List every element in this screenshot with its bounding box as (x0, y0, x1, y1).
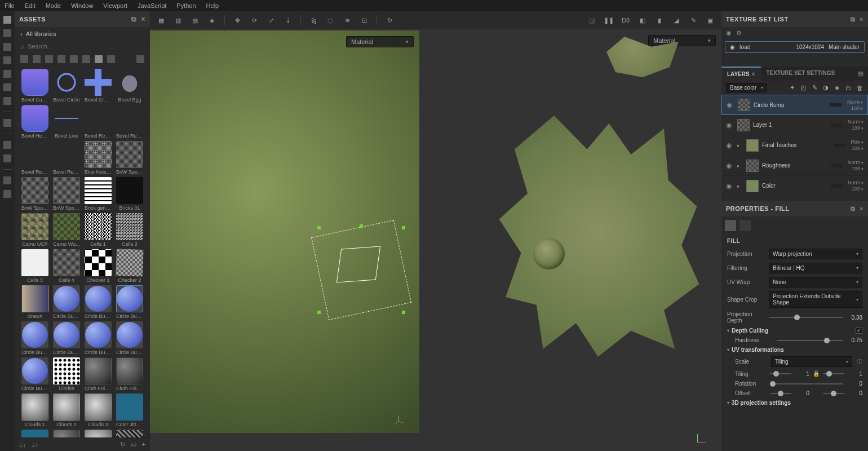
shapecrop-select[interactable]: Projection Extends Outside Shape (769, 291, 862, 308)
scale-info-icon[interactable]: ⓘ (857, 358, 862, 366)
eraser-tool-icon[interactable] (3, 29, 11, 37)
asset-item[interactable]: cineon (21, 285, 49, 319)
asset-item[interactable]: Bevel Line (52, 105, 81, 139)
layer-row[interactable]: ◉▸ColorNorm100 (721, 176, 868, 196)
toolbar-iray-icon[interactable]: ◫ (585, 14, 599, 27)
asset-item[interactable]: Bricks 01 (116, 177, 144, 211)
layer-addfill-icon[interactable]: ✎ (811, 84, 818, 92)
uvwrap-select[interactable]: None (769, 277, 862, 288)
offset-y-slider[interactable] (823, 393, 844, 394)
asset-item[interactable]: Bevel Rect... (52, 141, 81, 175)
assets-refresh-icon[interactable]: ↻ (120, 441, 125, 448)
layer-opacity[interactable]: 100 (852, 166, 863, 171)
layer-blend-mode[interactable]: Norm (848, 119, 863, 125)
asset-item[interactable]: Bevel Rect... (116, 105, 144, 139)
toolbar-snap-icon[interactable]: ⭳ (281, 14, 295, 27)
viewport-2d-mode-dropdown[interactable]: Material (648, 35, 716, 46)
tiling-lock-icon[interactable]: 🔒 (813, 370, 820, 377)
folder-icon[interactable]: ▸ (737, 183, 743, 189)
assets-search-input[interactable] (28, 43, 144, 50)
offset-x-slider[interactable] (770, 393, 791, 394)
layer-opacity[interactable]: 100 (852, 125, 863, 131)
assets-search[interactable]: ⌕ (15, 41, 150, 52)
asset-item[interactable]: Cells 2 (116, 213, 144, 247)
textureset-row[interactable]: ◉ toad 1024x1024 Main shader (725, 41, 865, 53)
view-grid-icon[interactable] (136, 55, 144, 63)
assets-collapse-icon[interactable]: ≡↓ (19, 441, 26, 448)
assets-undock-icon[interactable]: ⧉ (131, 15, 137, 23)
layer-blend-mode[interactable]: Pthr (851, 139, 863, 145)
assets-close-icon[interactable]: × (141, 15, 145, 23)
layer-row[interactable]: ◉▸RoughnessNorm100 (721, 156, 868, 176)
layer-opacity[interactable]: 100 (851, 105, 863, 111)
props-tab-fill-icon[interactable] (725, 220, 736, 231)
layer-blend-mode[interactable]: Norm (848, 180, 863, 185)
paint-tool-icon[interactable] (3, 16, 11, 24)
warp-projection-gizmo[interactable] (319, 228, 404, 312)
menu-edit[interactable]: Edit (25, 2, 36, 9)
toolbar-scale-icon[interactable]: ⤢ (264, 14, 278, 27)
asset-item[interactable] (116, 430, 144, 437)
props-undock-icon[interactable]: ⧉ (851, 205, 856, 213)
menu-python[interactable]: Python (176, 2, 196, 9)
assets-add-icon[interactable]: + (142, 441, 145, 448)
asset-item[interactable]: Bevel Caps... (21, 69, 49, 103)
uvtransformations-toggle[interactable]: UV transformations (727, 347, 862, 353)
layer-visibility-icon[interactable]: ◉ (726, 121, 734, 129)
asset-item[interactable]: Bevel Hexa... (21, 105, 49, 139)
layer-blend-mode[interactable]: Norm (847, 99, 863, 105)
projection-tool-icon[interactable] (3, 43, 11, 51)
props-tab-material-icon[interactable] (739, 220, 751, 231)
menu-viewport[interactable]: Viewport (103, 2, 127, 9)
asset-item[interactable]: Checker 2 (116, 249, 144, 283)
asset-item[interactable]: Blue Noise... (84, 141, 112, 175)
toolbar-bake-icon[interactable]: ↻ (383, 14, 396, 27)
layer-row[interactable]: ◉▸Final TouchesPthr100 (721, 135, 868, 156)
ts-settings-icon[interactable]: ⚙ (736, 29, 742, 37)
props-close-icon[interactable]: × (860, 205, 863, 213)
resource-tool-3-icon[interactable] (3, 176, 11, 184)
asset-item[interactable]: Circles (52, 357, 81, 391)
ts-visible-icon[interactable]: ◉ (730, 44, 735, 50)
layer-opacity[interactable]: 100 (852, 145, 863, 151)
asset-item[interactable]: Bevel Rect... (21, 141, 49, 175)
assets-expand-icon[interactable]: ≡↑ (32, 441, 38, 448)
toolbar-screenshot-icon[interactable]: ▣ (703, 14, 717, 27)
toolbar-mode-2-icon[interactable]: ▥ (171, 14, 185, 27)
viewport-3d[interactable]: Material (150, 30, 419, 433)
menu-window[interactable]: Window (71, 2, 93, 9)
projdepth-value[interactable]: 0.38 (848, 315, 862, 321)
asset-item[interactable]: Cloth Fold... (84, 357, 112, 391)
menu-help[interactable]: Help (206, 2, 219, 9)
toolbar-display-icon[interactable]: ◢ (670, 14, 683, 27)
menu-bar[interactable]: FileEditModeWindowViewportJavaScriptPyth… (0, 0, 868, 11)
asset-item[interactable] (84, 430, 112, 437)
asset-item[interactable]: BnW Spots 3 (52, 177, 81, 211)
toolbar-persp-icon[interactable]: ◧ (636, 14, 649, 27)
viewport-3d-mode-dropdown[interactable]: Material (346, 36, 414, 47)
toolbar-symmetry-icon[interactable]: ⧎ (307, 14, 320, 27)
filter-material-icon[interactable] (20, 55, 28, 63)
menu-mode[interactable]: Mode (46, 2, 61, 9)
hardness-slider[interactable] (777, 340, 843, 341)
filtering-select[interactable]: Bilinear | HQ (769, 263, 862, 273)
projection3d-toggle[interactable]: 3D projection settings (727, 400, 862, 406)
scale-select[interactable]: Tiling (771, 356, 852, 367)
viewport-2d[interactable]: Material (420, 29, 721, 451)
toolbar-lazy-icon[interactable]: ≋ (340, 14, 354, 27)
layers-panel-menu-icon[interactable]: ▤ (853, 67, 868, 81)
asset-item[interactable]: Bevel Egg (116, 69, 144, 103)
layer-addsmart-icon[interactable]: ◈ (833, 84, 841, 92)
ts-resolution[interactable]: 1024x1024 (796, 44, 824, 50)
menu-javascript[interactable]: JavaScript (138, 2, 166, 9)
asset-item[interactable]: Camo UCP (21, 213, 49, 247)
tab-layers-close-icon[interactable]: × (752, 71, 755, 77)
asset-item[interactable]: Clouds 1 (21, 393, 49, 427)
layer-visibility-icon[interactable]: ◉ (726, 182, 734, 190)
toolbar-d8-label[interactable]: D8 (619, 14, 632, 27)
toolbar-mode-3-icon[interactable]: ▤ (188, 14, 202, 27)
asset-item[interactable]: Circle Bum... (116, 285, 144, 319)
tab-layers[interactable]: LAYERS× (721, 67, 761, 81)
layer-opacity[interactable]: 100 (852, 186, 863, 192)
asset-item[interactable]: Color Jitter... (116, 393, 144, 427)
